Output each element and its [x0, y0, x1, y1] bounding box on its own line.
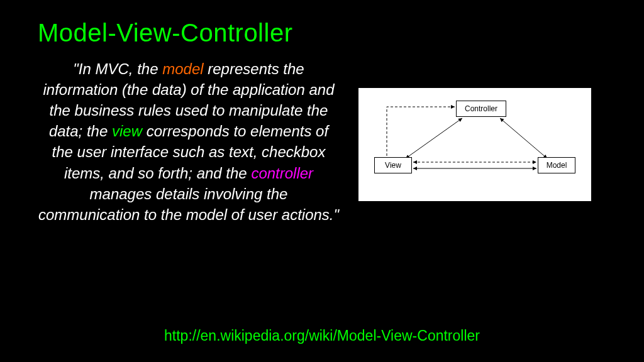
slide-title: Model-View-Controller — [38, 19, 606, 47]
content-row: "In MVC, the model represents the inform… — [38, 58, 606, 225]
source-url: http://en.wikipedia.org/wiki/Model-View-… — [0, 327, 644, 344]
svg-line-1 — [500, 118, 547, 158]
mvc-diagram: Controller View Model — [358, 88, 591, 201]
diagram-node-view: View — [374, 157, 412, 173]
highlight-model: model — [162, 60, 203, 77]
quote-text-4: manages details involving the communicat… — [38, 185, 339, 223]
slide: Model-View-Controller "In MVC, the model… — [0, 0, 644, 362]
diagram-node-model: Model — [538, 157, 575, 173]
diagram-node-controller: Controller — [456, 101, 506, 117]
highlight-controller: controller — [251, 165, 313, 182]
mvc-quote: "In MVC, the model represents the inform… — [38, 58, 340, 225]
quote-text-1: "In MVC, the — [73, 60, 162, 77]
highlight-view: view — [112, 123, 142, 140]
svg-line-0 — [406, 118, 462, 158]
